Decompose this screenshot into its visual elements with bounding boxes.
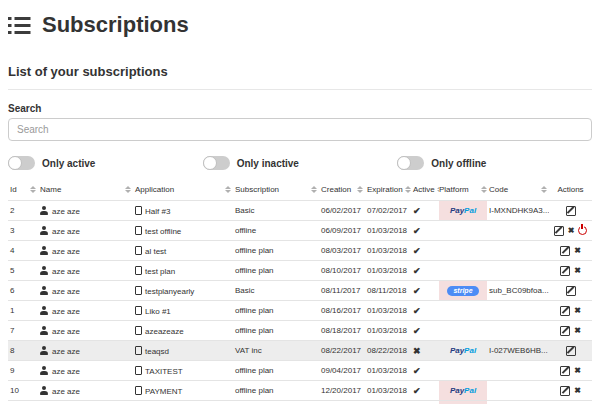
- cell-active: ✔: [411, 201, 439, 221]
- delete-icon[interactable]: ✖: [568, 227, 575, 235]
- sort-icon[interactable]: [225, 186, 231, 194]
- cell-code: [487, 241, 549, 261]
- table-row: 2aze azeHalf #3Basic06/02/201707/02/2017…: [8, 201, 592, 221]
- actions-group: ✖: [551, 226, 590, 236]
- cell-expiration: 01/03/2019: [365, 401, 411, 404]
- column-header-code[interactable]: Code: [487, 179, 549, 201]
- application-text: al test: [145, 247, 166, 256]
- application-icon: [135, 306, 142, 315]
- table-row: 8aze azeteaqsdVAT inc08/22/201708/22/201…: [8, 341, 592, 361]
- person-icon: [40, 206, 48, 215]
- stripe-logo: stripe: [447, 286, 478, 296]
- delete-icon[interactable]: ✖: [574, 307, 581, 315]
- platform-badge: stripe: [439, 281, 487, 300]
- actions-group: ✖: [551, 366, 590, 376]
- cell-name: aze aze: [38, 361, 133, 381]
- name-text: aze aze: [52, 307, 80, 316]
- cell-application: azeazeaze: [133, 321, 233, 341]
- cell-name: aze aze: [38, 321, 133, 341]
- actions-group: ✖: [551, 246, 590, 256]
- cell-creation: 08/16/2017: [319, 301, 365, 321]
- edit-icon[interactable]: [560, 266, 570, 276]
- column-header-application[interactable]: Application: [133, 179, 233, 201]
- search-input[interactable]: [8, 118, 592, 141]
- cell-application: test plan: [133, 261, 233, 281]
- edit-icon[interactable]: [560, 366, 570, 376]
- cell-expiration: 01/03/2018: [365, 221, 411, 241]
- delete-icon[interactable]: ✖: [574, 247, 581, 255]
- cell-actions: [549, 341, 592, 361]
- toggle-switch-icon[interactable]: [203, 156, 230, 170]
- toggle-label: Only active: [42, 158, 95, 169]
- sort-icon[interactable]: [311, 186, 317, 194]
- cell-actions: ✖: [549, 361, 592, 381]
- cell-actions: ✖: [549, 301, 592, 321]
- toggle-only-active[interactable]: Only active: [8, 156, 203, 170]
- column-header-subscription[interactable]: Subscription: [233, 179, 319, 201]
- toggle-only-offline[interactable]: Only offline: [397, 156, 592, 170]
- name-text: aze aze: [52, 327, 80, 336]
- active-check-icon: ✔: [413, 206, 421, 216]
- cell-name: aze aze: [38, 381, 133, 401]
- delete-icon[interactable]: ✖: [574, 267, 581, 275]
- toggle-label: Only inactive: [237, 158, 299, 169]
- delete-icon[interactable]: ✖: [574, 367, 581, 375]
- edit-icon[interactable]: [566, 346, 576, 356]
- list-icon: [8, 17, 31, 34]
- paypal-logo-text: Pal: [464, 346, 476, 355]
- edit-icon[interactable]: [560, 386, 570, 396]
- paypal-logo: PayPal: [450, 206, 476, 215]
- person-icon: [40, 226, 48, 235]
- cell-active: ✔: [411, 281, 439, 301]
- sort-caret-down: [30, 190, 36, 193]
- cell-actions: [549, 281, 592, 301]
- toggle-switch-icon[interactable]: [397, 156, 424, 170]
- search-label: Search: [8, 103, 592, 114]
- edit-icon[interactable]: [566, 206, 576, 216]
- cell-expiration: 07/02/2017: [365, 201, 411, 221]
- cell-expiration: 01/03/2018: [365, 261, 411, 281]
- power-icon[interactable]: [578, 226, 587, 235]
- cell-application: PAYMENT: [133, 381, 233, 401]
- sort-icon[interactable]: [30, 186, 36, 194]
- cell-id: 3: [8, 221, 38, 241]
- toggle-only-inactive[interactable]: Only inactive: [203, 156, 398, 170]
- column-header-expiration[interactable]: Expiration: [365, 179, 411, 201]
- column-label: Expiration: [367, 185, 403, 194]
- sort-icon[interactable]: [405, 186, 411, 194]
- delete-icon[interactable]: ✖: [574, 387, 581, 395]
- toggle-switch-icon[interactable]: [8, 156, 35, 170]
- active-check-icon: ✔: [413, 366, 421, 376]
- cell-name: aze aze: [38, 281, 133, 301]
- column-header-id[interactable]: Id: [8, 179, 38, 201]
- column-header-active[interactable]: Active: [411, 179, 439, 201]
- edit-icon[interactable]: [560, 246, 570, 256]
- name-text: aze aze: [52, 227, 80, 236]
- platform-badge: PayPal: [439, 341, 487, 360]
- edit-icon[interactable]: [560, 306, 570, 316]
- application-icon: [135, 286, 142, 295]
- cell-platform: PayPal: [439, 341, 487, 361]
- cell-platform: [439, 321, 487, 341]
- sort-caret-down: [225, 190, 231, 193]
- delete-icon[interactable]: ✖: [574, 327, 581, 335]
- sort-icon[interactable]: [481, 186, 487, 194]
- column-header-platform[interactable]: Platform: [439, 179, 487, 201]
- cell-creation: 06/09/2017: [319, 221, 365, 241]
- person-icon: [40, 386, 48, 395]
- column-header-name[interactable]: Name: [38, 179, 133, 201]
- edit-icon[interactable]: [566, 286, 576, 296]
- sort-icon[interactable]: [541, 186, 547, 194]
- application-icon: [135, 266, 142, 275]
- sort-icon[interactable]: [357, 186, 363, 194]
- edit-icon[interactable]: [554, 226, 564, 236]
- actions-group: ✖: [551, 386, 590, 396]
- application-icon: [135, 346, 142, 355]
- column-header-creation[interactable]: Creation: [319, 179, 365, 201]
- edit-icon[interactable]: [560, 326, 570, 336]
- cell-subscription: Basic: [233, 281, 319, 301]
- cell-active: ✔: [411, 401, 439, 404]
- sort-icon[interactable]: [125, 186, 131, 194]
- paypal-logo: PayPal: [450, 346, 476, 355]
- cell-id: 1: [8, 301, 38, 321]
